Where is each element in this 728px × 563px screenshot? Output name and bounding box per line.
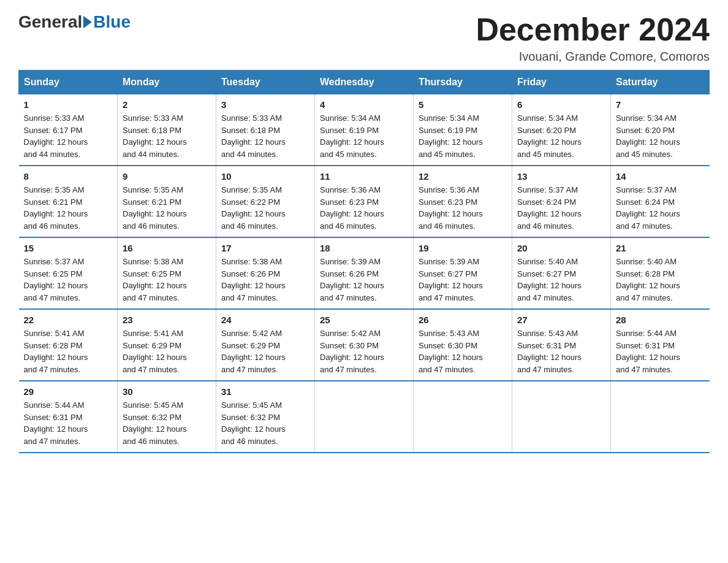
logo-arrow-icon (83, 16, 92, 28)
calendar-cell: 12 Sunrise: 5:36 AM Sunset: 6:23 PM Dayl… (414, 166, 512, 237)
calendar-cell: 15 Sunrise: 5:37 AM Sunset: 6:25 PM Dayl… (19, 237, 118, 309)
day-number: 21 (616, 243, 705, 253)
calendar-table: SundayMondayTuesdayWednesdayThursdayFrid… (18, 70, 710, 453)
day-number: 3 (221, 99, 309, 110)
week-row-5: 29 Sunrise: 5:44 AM Sunset: 6:31 PM Dayl… (19, 381, 710, 453)
week-row-4: 22 Sunrise: 5:41 AM Sunset: 6:28 PM Dayl… (19, 309, 710, 381)
day-info: Sunrise: 5:44 AM Sunset: 6:31 PM Dayligh… (24, 399, 113, 447)
day-number: 30 (123, 386, 211, 397)
day-info: Sunrise: 5:35 AM Sunset: 6:21 PM Dayligh… (24, 184, 113, 232)
calendar-cell: 25 Sunrise: 5:42 AM Sunset: 6:30 PM Dayl… (315, 309, 414, 381)
day-info: Sunrise: 5:34 AM Sunset: 6:20 PM Dayligh… (517, 112, 605, 160)
day-number: 27 (517, 315, 605, 325)
day-info: Sunrise: 5:36 AM Sunset: 6:23 PM Dayligh… (419, 184, 507, 232)
day-number: 19 (419, 243, 507, 253)
day-info: Sunrise: 5:42 AM Sunset: 6:30 PM Dayligh… (320, 327, 408, 375)
calendar-cell (611, 381, 710, 453)
logo-blue-text: Blue (93, 12, 131, 32)
day-info: Sunrise: 5:38 AM Sunset: 6:26 PM Dayligh… (221, 256, 309, 304)
calendar-cell: 22 Sunrise: 5:41 AM Sunset: 6:28 PM Dayl… (19, 309, 118, 381)
day-info: Sunrise: 5:37 AM Sunset: 6:24 PM Dayligh… (616, 184, 705, 232)
day-number: 31 (221, 386, 309, 397)
calendar-cell: 28 Sunrise: 5:44 AM Sunset: 6:31 PM Dayl… (611, 309, 710, 381)
day-number: 15 (24, 243, 113, 253)
calendar-cell: 4 Sunrise: 5:34 AM Sunset: 6:19 PM Dayli… (315, 94, 414, 166)
page-header: General Blue December 2024 Ivouani, Gran… (18, 12, 710, 64)
location-title: Ivouani, Grande Comore, Comoros (476, 50, 710, 64)
weekday-header-thursday: Thursday (414, 71, 512, 94)
calendar-cell: 27 Sunrise: 5:43 AM Sunset: 6:31 PM Dayl… (512, 309, 611, 381)
weekday-header-monday: Monday (118, 71, 216, 94)
day-info: Sunrise: 5:43 AM Sunset: 6:31 PM Dayligh… (517, 327, 605, 375)
calendar-cell: 9 Sunrise: 5:35 AM Sunset: 6:21 PM Dayli… (118, 166, 216, 237)
day-info: Sunrise: 5:34 AM Sunset: 6:19 PM Dayligh… (320, 112, 408, 160)
calendar-cell: 24 Sunrise: 5:42 AM Sunset: 6:29 PM Dayl… (216, 309, 315, 381)
day-info: Sunrise: 5:35 AM Sunset: 6:21 PM Dayligh… (123, 184, 211, 232)
day-number: 7 (616, 99, 705, 110)
calendar-cell (414, 381, 512, 453)
calendar-cell: 19 Sunrise: 5:39 AM Sunset: 6:27 PM Dayl… (414, 237, 512, 309)
calendar-cell: 29 Sunrise: 5:44 AM Sunset: 6:31 PM Dayl… (19, 381, 118, 453)
day-info: Sunrise: 5:44 AM Sunset: 6:31 PM Dayligh… (616, 327, 705, 375)
day-info: Sunrise: 5:40 AM Sunset: 6:27 PM Dayligh… (517, 256, 605, 304)
day-info: Sunrise: 5:41 AM Sunset: 6:28 PM Dayligh… (24, 327, 113, 375)
day-number: 12 (419, 171, 507, 182)
day-number: 26 (419, 315, 507, 325)
weekday-header-tuesday: Tuesday (216, 71, 315, 94)
month-title: December 2024 (476, 12, 710, 47)
day-number: 16 (123, 243, 211, 253)
day-info: Sunrise: 5:40 AM Sunset: 6:28 PM Dayligh… (616, 256, 705, 304)
day-info: Sunrise: 5:33 AM Sunset: 6:18 PM Dayligh… (123, 112, 211, 160)
day-number: 13 (517, 171, 605, 182)
day-number: 20 (517, 243, 605, 253)
day-info: Sunrise: 5:35 AM Sunset: 6:22 PM Dayligh… (221, 184, 309, 232)
calendar-cell: 13 Sunrise: 5:37 AM Sunset: 6:24 PM Dayl… (512, 166, 611, 237)
weekday-header-saturday: Saturday (611, 71, 710, 94)
day-number: 22 (24, 315, 113, 325)
day-info: Sunrise: 5:43 AM Sunset: 6:30 PM Dayligh… (419, 327, 507, 375)
day-number: 28 (616, 315, 705, 325)
day-number: 8 (24, 171, 113, 182)
calendar-cell: 16 Sunrise: 5:38 AM Sunset: 6:25 PM Dayl… (118, 237, 216, 309)
day-number: 29 (24, 386, 113, 397)
day-number: 4 (320, 99, 408, 110)
day-number: 25 (320, 315, 408, 325)
day-info: Sunrise: 5:39 AM Sunset: 6:27 PM Dayligh… (419, 256, 507, 304)
day-info: Sunrise: 5:34 AM Sunset: 6:19 PM Dayligh… (419, 112, 507, 160)
day-info: Sunrise: 5:45 AM Sunset: 6:32 PM Dayligh… (221, 399, 309, 447)
calendar-cell: 6 Sunrise: 5:34 AM Sunset: 6:20 PM Dayli… (512, 94, 611, 166)
day-info: Sunrise: 5:45 AM Sunset: 6:32 PM Dayligh… (123, 399, 211, 447)
day-number: 6 (517, 99, 605, 110)
day-number: 17 (221, 243, 309, 253)
calendar-cell: 14 Sunrise: 5:37 AM Sunset: 6:24 PM Dayl… (611, 166, 710, 237)
weekday-header-wednesday: Wednesday (315, 71, 414, 94)
day-number: 24 (221, 315, 309, 325)
calendar-cell: 1 Sunrise: 5:33 AM Sunset: 6:17 PM Dayli… (19, 94, 118, 166)
day-number: 1 (24, 99, 113, 110)
calendar-cell: 10 Sunrise: 5:35 AM Sunset: 6:22 PM Dayl… (216, 166, 315, 237)
week-row-3: 15 Sunrise: 5:37 AM Sunset: 6:25 PM Dayl… (19, 237, 710, 309)
day-number: 2 (123, 99, 211, 110)
calendar-cell (315, 381, 414, 453)
calendar-cell: 2 Sunrise: 5:33 AM Sunset: 6:18 PM Dayli… (118, 94, 216, 166)
calendar-cell: 23 Sunrise: 5:41 AM Sunset: 6:29 PM Dayl… (118, 309, 216, 381)
day-info: Sunrise: 5:33 AM Sunset: 6:18 PM Dayligh… (221, 112, 309, 160)
calendar-cell: 31 Sunrise: 5:45 AM Sunset: 6:32 PM Dayl… (216, 381, 315, 453)
day-info: Sunrise: 5:37 AM Sunset: 6:24 PM Dayligh… (517, 184, 605, 232)
calendar-cell: 18 Sunrise: 5:39 AM Sunset: 6:26 PM Dayl… (315, 237, 414, 309)
calendar-cell: 20 Sunrise: 5:40 AM Sunset: 6:27 PM Dayl… (512, 237, 611, 309)
day-number: 10 (221, 171, 309, 182)
calendar-cell: 11 Sunrise: 5:36 AM Sunset: 6:23 PM Dayl… (315, 166, 414, 237)
calendar-cell: 21 Sunrise: 5:40 AM Sunset: 6:28 PM Dayl… (611, 237, 710, 309)
day-number: 9 (123, 171, 211, 182)
calendar-cell: 30 Sunrise: 5:45 AM Sunset: 6:32 PM Dayl… (118, 381, 216, 453)
calendar-cell (512, 381, 611, 453)
day-number: 5 (419, 99, 507, 110)
title-section: December 2024 Ivouani, Grande Comore, Co… (476, 12, 710, 64)
calendar-cell: 7 Sunrise: 5:34 AM Sunset: 6:20 PM Dayli… (611, 94, 710, 166)
day-info: Sunrise: 5:37 AM Sunset: 6:25 PM Dayligh… (24, 256, 113, 304)
calendar-cell: 8 Sunrise: 5:35 AM Sunset: 6:21 PM Dayli… (19, 166, 118, 237)
calendar-cell: 5 Sunrise: 5:34 AM Sunset: 6:19 PM Dayli… (414, 94, 512, 166)
weekday-header-row: SundayMondayTuesdayWednesdayThursdayFrid… (19, 71, 710, 94)
day-info: Sunrise: 5:36 AM Sunset: 6:23 PM Dayligh… (320, 184, 408, 232)
